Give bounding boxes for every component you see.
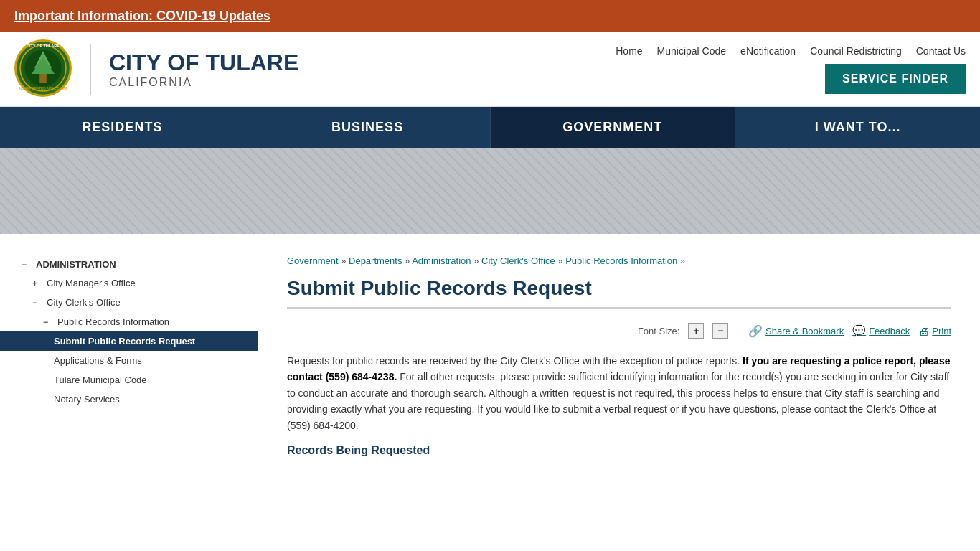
header-right: Home Municipal Code eNotification Counci… — [616, 45, 966, 94]
header-divider — [90, 44, 91, 95]
city-manager-expand-icon: + — [32, 278, 41, 288]
nav-i-want-to[interactable]: I WANT TO... — [735, 107, 980, 148]
page-title: Submit Public Records Request — [287, 277, 951, 309]
breadcrumb-sep1: » — [341, 255, 349, 266]
svg-text:INCORPORATED APRIL 5 1888: INCORPORATED APRIL 5 1888 — [18, 87, 67, 90]
font-decrease-button[interactable]: − — [712, 323, 728, 339]
city-manager-label: City Manager's Office — [47, 278, 136, 288]
breadcrumb-city-clerk[interactable]: City Clerk's Office — [481, 255, 555, 266]
breadcrumb-sep2: » — [405, 255, 412, 266]
font-size-label: Font Size: — [638, 326, 680, 336]
print-icon: 🖨 — [918, 325, 929, 337]
nav-business[interactable]: BUSINESS — [245, 107, 491, 148]
city-subtitle: CALIFORNIA — [109, 76, 298, 89]
covid-banner: Important Information: COVID-19 Updates — [0, 0, 980, 32]
hero-banner — [0, 148, 980, 234]
sidebar-item-submit-request[interactable]: Submit Public Records Request — [0, 331, 258, 351]
header-left: INCORPORATED APRIL 5 1888 CITY OF TULARE… — [14, 39, 298, 99]
city-clerk-collapse-icon: − — [32, 298, 41, 308]
sidebar-item-city-clerk[interactable]: − City Clerk's Office — [0, 293, 258, 312]
content-paragraph: Requests for public records are received… — [287, 353, 951, 433]
records-heading: Records Being Requested — [287, 444, 951, 457]
submit-request-label: Submit Public Records Request — [54, 336, 195, 347]
feedback-icon: 💬 — [852, 324, 866, 337]
covid-banner-link[interactable]: Important Information: COVID-19 Updates — [14, 9, 270, 23]
breadcrumb-public-records[interactable]: Public Records Information — [565, 255, 677, 266]
top-nav: Home Municipal Code eNotification Counci… — [616, 45, 966, 57]
breadcrumb: Government » Departments » Administratio… — [287, 255, 951, 266]
svg-rect-5 — [39, 74, 47, 83]
nav-contact-us[interactable]: Contact Us — [916, 45, 966, 57]
svg-text:CITY OF TULARE: CITY OF TULARE — [27, 44, 60, 48]
city-seal: INCORPORATED APRIL 5 1888 CITY OF TULARE — [14, 39, 72, 99]
sidebar-item-notary-services[interactable]: Notary Services — [0, 390, 258, 409]
breadcrumb-sep4: » — [557, 255, 565, 266]
tulare-municipal-code-label: Tulare Municipal Code — [54, 375, 147, 385]
feedback-link[interactable]: 💬 Feedback — [852, 324, 910, 337]
breadcrumb-sep5: » — [680, 255, 685, 266]
public-records-collapse-icon: − — [43, 317, 52, 327]
administration-collapse-icon[interactable]: − — [22, 260, 30, 270]
content-text-1: Requests for public records are received… — [287, 355, 743, 367]
nav-home[interactable]: Home — [616, 45, 642, 57]
sidebar-item-public-records-info[interactable]: − Public Records Information — [0, 312, 258, 331]
font-controls: Font Size: + − 🔗 Share & Bookmark 💬 Feed… — [287, 323, 951, 339]
share-bookmark-icon: 🔗 — [748, 324, 763, 338]
breadcrumb-sep3: » — [473, 255, 481, 266]
font-increase-button[interactable]: + — [688, 323, 704, 339]
nav-government[interactable]: GOVERNMENT — [491, 107, 736, 148]
share-bookmark-link[interactable]: 🔗 Share & Bookmark — [748, 324, 844, 338]
header: INCORPORATED APRIL 5 1888 CITY OF TULARE… — [0, 32, 980, 107]
main-nav: RESIDENTS BUSINESS GOVERNMENT I WANT TO.… — [0, 107, 980, 148]
nav-enotification[interactable]: eNotification — [740, 45, 796, 57]
breadcrumb-government[interactable]: Government — [287, 255, 339, 266]
breadcrumb-departments[interactable]: Departments — [349, 255, 402, 266]
sidebar-item-applications-forms[interactable]: Applications & Forms — [0, 351, 258, 370]
sidebar: − ADMINISTRATION + City Manager's Office… — [0, 234, 258, 479]
notary-services-label: Notary Services — [54, 394, 120, 405]
nav-municipal-code[interactable]: Municipal Code — [657, 45, 727, 57]
city-name: CITY OF TULARE CALIFORNIA — [109, 50, 298, 89]
sidebar-item-tulare-municipal-code[interactable]: Tulare Municipal Code — [0, 370, 258, 390]
applications-forms-label: Applications & Forms — [54, 355, 142, 366]
sidebar-item-city-manager[interactable]: + City Manager's Office — [0, 273, 258, 293]
city-title: CITY OF TULARE — [109, 50, 298, 76]
print-link[interactable]: 🖨 Print — [918, 325, 951, 337]
breadcrumb-administration[interactable]: Administration — [412, 255, 471, 266]
service-finder-button[interactable]: SERVICE FINDER — [825, 64, 966, 94]
city-clerk-label: City Clerk's Office — [47, 297, 121, 308]
public-records-info-label: Public Records Information — [57, 316, 169, 327]
nav-residents[interactable]: RESIDENTS — [0, 107, 245, 148]
sidebar-section-administration: − ADMINISTRATION — [0, 255, 258, 273]
content-wrapper: − ADMINISTRATION + City Manager's Office… — [0, 234, 980, 479]
nav-council-redistricting[interactable]: Council Redistricting — [810, 45, 902, 57]
main-content: Government » Departments » Administratio… — [258, 234, 980, 479]
administration-label: ADMINISTRATION — [36, 259, 116, 270]
